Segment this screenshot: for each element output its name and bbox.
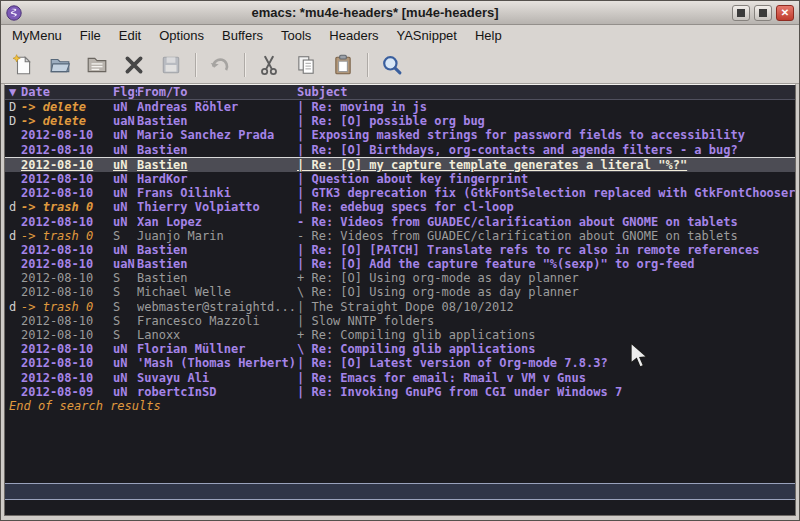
message-row[interactable]: 2012-08-10 S Francesco Mazzoli | Slow NN… <box>5 314 795 328</box>
paste-button[interactable] <box>327 50 359 80</box>
minimize-button[interactable] <box>732 5 750 21</box>
search-icon <box>381 54 403 76</box>
menu-edit[interactable]: Edit <box>110 26 150 45</box>
message-row-current[interactable]: 2012-08-10 uN Bastien | Re: [O] my captu… <box>5 157 795 172</box>
menu-buffers[interactable]: Buffers <box>213 26 272 45</box>
message-mark <box>5 371 21 385</box>
mode-line: *mu4e-headers* ( 5, 0) [All/2.0k] [mu4e-… <box>5 483 795 500</box>
menu-help[interactable]: Help <box>466 26 511 45</box>
message-mark <box>5 314 21 328</box>
column-flags[interactable]: Flgs <box>113 85 137 99</box>
message-subject: + Re: Compiling glib applications <box>297 328 795 342</box>
message-row[interactable]: D -> delete uN Andreas Röhler | Re: movi… <box>5 100 795 114</box>
message-date: 2012-08-10 <box>21 215 113 229</box>
menu-yasnippet[interactable]: YASnippet <box>387 26 465 45</box>
message-row[interactable]: 2012-08-10 uN Frans Oilinki | GTK3 depre… <box>5 186 795 200</box>
message-flags: S <box>113 328 137 342</box>
message-mark: d <box>5 200 21 214</box>
message-date: 2012-08-10 <box>21 143 113 157</box>
titlebar[interactable]: emacs: *mu4e-headers* [mu4e-headers] ✕ <box>1 1 799 25</box>
message-row[interactable]: 2012-08-10 uN 'Mash (Thomas Herbert) | R… <box>5 356 795 370</box>
message-row[interactable]: 2012-08-10 S Bastien + Re: [O] Using org… <box>5 271 795 285</box>
end-of-search-results: End of search results <box>5 399 795 414</box>
message-mark <box>5 186 21 200</box>
mu4e-headers-buffer[interactable]: ▼ Date Flgs From/To Subject D -> delete … <box>4 84 796 516</box>
message-flags: uN <box>113 143 137 157</box>
copy-button[interactable] <box>290 50 322 80</box>
message-date: -> delete <box>21 100 113 114</box>
undo-button[interactable] <box>204 50 236 80</box>
message-row[interactable]: 2012-08-10 uN Mario Sanchez Prada | Expo… <box>5 128 795 142</box>
message-row[interactable]: 2012-08-10 uN Suvayu Ali | Re: Emacs for… <box>5 371 795 385</box>
message-subject: | Re: [O] [PATCH] Translate refs to rc a… <box>297 243 795 257</box>
menu-tools[interactable]: Tools <box>272 26 320 45</box>
message-from: Suvayu Ali <box>137 371 297 385</box>
message-mark: D <box>5 100 21 114</box>
emacs-window: emacs: *mu4e-headers* [mu4e-headers] ✕ M… <box>0 0 800 521</box>
message-row[interactable]: 2012-08-10 uaN Bastien | Re: [O] Add the… <box>5 257 795 271</box>
message-subject: | GTK3 deprecation fix (GtkFontSelection… <box>297 186 795 200</box>
message-subject: | Slow NNTP folders <box>297 314 795 328</box>
maximize-button[interactable] <box>754 5 772 21</box>
message-row[interactable]: 2012-08-10 uN Florian Müllner \ Re: Comp… <box>5 342 795 356</box>
message-row[interactable]: 2012-08-10 uN Xan Lopez - Re: Videos fro… <box>5 215 795 229</box>
kill-buffer-button[interactable] <box>118 50 150 80</box>
message-from: Thierry Volpiatto <box>137 200 297 214</box>
message-from: Bastien <box>137 143 297 157</box>
column-from[interactable]: From/To <box>137 85 297 99</box>
cut-icon <box>258 54 280 76</box>
message-subject: \ Re: Compiling glib applications <box>297 342 795 356</box>
message-row[interactable]: 2012-08-09 uN robertcInSD | Re: Invoking… <box>5 385 795 399</box>
headers-column-header[interactable]: ▼ Date Flgs From/To Subject <box>5 85 795 100</box>
message-subject: | Re: [O] Birthdays, org-contacts and ag… <box>297 143 795 157</box>
column-subject[interactable]: Subject <box>297 85 795 99</box>
message-date: -> trash 0 <box>21 229 113 243</box>
close-button[interactable]: ✕ <box>776 5 794 21</box>
menu-headers[interactable]: Headers <box>320 26 387 45</box>
message-flags: uaN <box>113 257 137 271</box>
message-date: 2012-08-10 <box>21 285 113 299</box>
message-mark <box>5 385 21 399</box>
message-mark <box>5 342 21 356</box>
message-mark <box>5 243 21 257</box>
message-row[interactable]: d -> trash 0 S webmaster@straightd... | … <box>5 300 795 314</box>
menubar: MyMenu File Edit Options Buffers Tools H… <box>1 25 799 46</box>
message-date: 2012-08-10 <box>21 271 113 285</box>
message-row[interactable]: d -> trash 0 S Juanjo Marin - Re: Videos… <box>5 229 795 243</box>
save-icon <box>160 54 182 76</box>
menu-file[interactable]: File <box>71 26 110 45</box>
message-row[interactable]: 2012-08-10 uN Bastien | Re: [O] [PATCH] … <box>5 243 795 257</box>
message-date: -> trash 0 <box>21 300 113 314</box>
cut-button[interactable] <box>253 50 285 80</box>
emacs-icon <box>6 5 22 21</box>
message-from: Bastien <box>137 257 297 271</box>
message-date: 2012-08-10 <box>21 128 113 142</box>
message-row[interactable]: 2012-08-10 uN Bastien | Re: [O] Birthday… <box>5 143 795 157</box>
message-row[interactable]: 2012-08-10 uN HardKor | Question about k… <box>5 172 795 186</box>
new-file-button[interactable] <box>7 50 39 80</box>
message-row[interactable]: 2012-08-10 S Michael Welle \ Re: [O] Usi… <box>5 285 795 299</box>
menu-mymenu[interactable]: MyMenu <box>3 26 71 45</box>
paste-icon <box>332 54 354 76</box>
dired-button[interactable] <box>81 50 113 80</box>
message-row[interactable]: d -> trash 0 uN Thierry Volpiatto | Re: … <box>5 200 795 214</box>
message-row[interactable]: D -> delete uaN Bastien | Re: [O] possib… <box>5 114 795 128</box>
message-from: Bastien <box>137 243 297 257</box>
echo-area[interactable] <box>5 500 795 515</box>
menu-options[interactable]: Options <box>150 26 213 45</box>
save-button[interactable] <box>155 50 187 80</box>
message-row[interactable]: 2012-08-10 S Lanoxx + Re: Compiling glib… <box>5 328 795 342</box>
message-flags: uN <box>113 186 137 200</box>
message-date: 2012-08-10 <box>21 172 113 186</box>
message-from: webmaster@straightd... <box>137 300 297 314</box>
message-mark <box>5 215 21 229</box>
search-button[interactable] <box>376 50 408 80</box>
open-file-button[interactable] <box>44 50 76 80</box>
message-mark <box>5 257 21 271</box>
message-subject: | Question about key fingerprint <box>297 172 795 186</box>
message-subject: + Re: [O] Using org-mode as day planner <box>297 271 795 285</box>
copy-icon <box>295 54 317 76</box>
message-mark <box>5 128 21 142</box>
column-date[interactable]: Date <box>21 85 113 99</box>
message-subject: | Re: edebug specs for cl-loop <box>297 200 795 214</box>
